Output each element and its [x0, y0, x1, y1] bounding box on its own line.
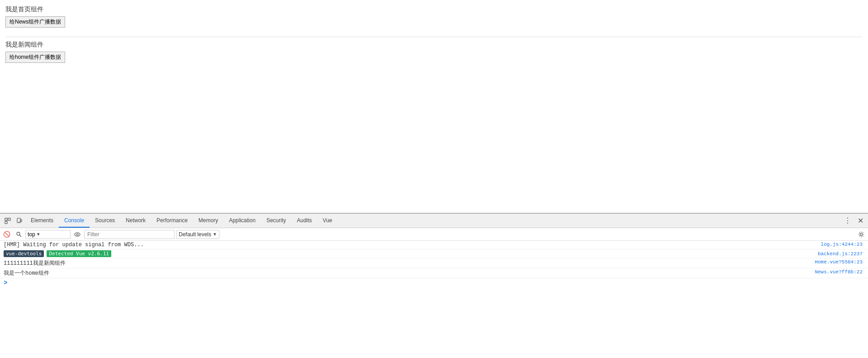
- levels-dropdown-icon: ▼: [213, 232, 217, 237]
- home-text: 我是一个home组件: [4, 269, 815, 277]
- levels-label: Default levels: [179, 231, 211, 238]
- badge-vue-devtools: vue-devtools: [4, 250, 44, 257]
- svg-rect-0: [5, 218, 7, 220]
- console-output: [HMR] Waiting for update signal from WDS…: [0, 241, 868, 358]
- tab-security[interactable]: Security: [261, 214, 291, 228]
- svg-point-10: [860, 233, 863, 235]
- devtools-tab-more: ⋮ ✕: [842, 215, 866, 227]
- devtools-tabs: Elements Console Sources Network Perform…: [25, 214, 842, 228]
- devtools-more-button[interactable]: ⋮: [842, 215, 854, 227]
- svg-rect-1: [8, 218, 10, 220]
- tab-network[interactable]: Network: [120, 214, 151, 228]
- home-source[interactable]: News.vue?ff8b:22: [815, 269, 866, 275]
- devtools-panel: Elements Console Sources Network Perform…: [0, 213, 868, 358]
- broadcast-to-news-button[interactable]: 给News组件广播数据: [5, 16, 65, 28]
- context-value: top: [28, 231, 35, 238]
- tab-performance[interactable]: Performance: [151, 214, 193, 228]
- component2-title: 我是新闻组件: [5, 41, 863, 49]
- console-filter-button[interactable]: [14, 229, 24, 239]
- svg-point-9: [76, 234, 78, 235]
- console-prompt[interactable]: >: [0, 278, 868, 287]
- console-clear-button[interactable]: 🚫: [2, 229, 12, 239]
- context-dropdown-icon: ▼: [36, 232, 41, 237]
- svg-point-6: [17, 232, 20, 235]
- svg-line-7: [19, 235, 21, 237]
- console-toolbar: 🚫 top ▼ Default levels ▼: [0, 228, 868, 241]
- levels-select[interactable]: Default levels ▼: [176, 230, 219, 239]
- tab-console[interactable]: Console: [59, 214, 90, 228]
- page-content: 我是首页组件 给News组件广播数据 我是新闻组件 给home组件广播数据: [0, 0, 868, 213]
- devtools-close-button[interactable]: ✕: [854, 215, 866, 227]
- devtools-device-button[interactable]: [14, 215, 25, 227]
- page-divider: [5, 37, 863, 37]
- tab-audits[interactable]: Audits: [291, 214, 317, 228]
- filter-input[interactable]: [84, 230, 175, 239]
- devtools-tabbar: Elements Console Sources Network Perform…: [0, 214, 868, 228]
- tab-sources[interactable]: Sources: [90, 214, 120, 228]
- devtools-source[interactable]: backend.js:2237: [818, 251, 866, 257]
- console-line-home: 我是一个home组件 News.vue?ff8b:22: [0, 268, 868, 278]
- console-line-hmr: [HMR] Waiting for update signal from WDS…: [0, 241, 868, 249]
- svg-point-8: [75, 233, 80, 236]
- hmr-text: [HMR] Waiting for update signal from WDS…: [4, 242, 821, 248]
- badge-detected: Detected Vue v2.6.11: [47, 250, 111, 257]
- tab-memory[interactable]: Memory: [193, 214, 223, 228]
- console-settings-button[interactable]: [856, 229, 866, 239]
- console-line-devtools: vue-devtools Detected Vue v2.6.11 backen…: [0, 249, 868, 258]
- console-line-news: 111111111我是新闻组件 Home.vue?5584:23: [0, 258, 868, 268]
- devtools-inspect-button[interactable]: [2, 215, 14, 227]
- console-eye-button[interactable]: [72, 229, 82, 239]
- svg-rect-4: [19, 222, 19, 223]
- tab-application[interactable]: Application: [223, 214, 261, 228]
- component1-title: 我是首页组件: [5, 5, 863, 14]
- prompt-caret-icon: >: [4, 279, 7, 286]
- news-source[interactable]: Home.vue?5584:23: [815, 259, 866, 265]
- svg-rect-2: [5, 221, 7, 224]
- context-select[interactable]: top ▼: [25, 230, 71, 239]
- tab-elements[interactable]: Elements: [25, 214, 59, 228]
- svg-rect-5: [20, 220, 22, 222]
- broadcast-to-home-button[interactable]: 给home组件广播数据: [5, 52, 65, 63]
- hmr-source[interactable]: log.js:4244:23: [821, 242, 866, 247]
- news-text: 111111111我是新闻组件: [4, 259, 815, 267]
- tab-vue[interactable]: Vue: [318, 214, 338, 228]
